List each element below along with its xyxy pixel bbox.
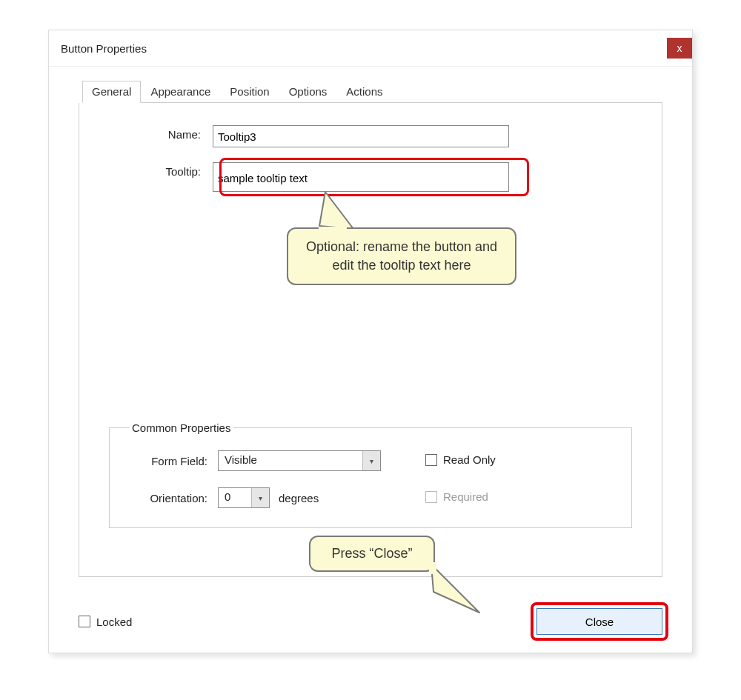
read-only-label: Read Only — [443, 453, 496, 466]
svg-marker-0 — [319, 192, 353, 229]
name-row: Name: — [109, 125, 632, 147]
callout-close: Press “Close” — [309, 536, 435, 572]
chevron-down-icon: ▾ — [362, 451, 380, 470]
form-field-label: Form Field: — [129, 455, 218, 467]
form-field-value: Visible — [219, 451, 362, 470]
button-properties-dialog: Button Properties x General Appearance P… — [48, 30, 693, 653]
tab-general[interactable]: General — [82, 81, 141, 103]
tab-strip: General Appearance Position Options Acti… — [82, 80, 662, 103]
tooltip-label: Tooltip: — [109, 162, 213, 178]
checkbox-box-icon — [425, 491, 437, 503]
callout-close-text: Press “Close” — [331, 546, 412, 561]
callout-tail-patch — [319, 227, 347, 231]
locked-checkbox[interactable]: Locked — [79, 616, 132, 628]
general-panel: Name: Tooltip: Optional: rename the butt… — [79, 103, 662, 577]
name-label: Name: — [109, 125, 213, 141]
locked-label: Locked — [96, 616, 132, 628]
dialog-body: General Appearance Position Options Acti… — [49, 67, 692, 598]
name-input[interactable] — [213, 125, 509, 147]
tooltip-input[interactable] — [213, 162, 509, 192]
tab-appearance[interactable]: Appearance — [141, 81, 220, 103]
close-icon[interactable]: x — [667, 38, 692, 59]
orientation-select[interactable]: 0 ▾ — [218, 487, 270, 508]
tab-actions[interactable]: Actions — [336, 81, 392, 103]
orientation-label: Orientation: — [129, 492, 218, 504]
orientation-value: 0 — [219, 488, 251, 507]
chevron-down-icon: ▾ — [251, 488, 269, 507]
required-label: Required — [443, 490, 488, 503]
required-checkbox: Required — [425, 490, 488, 503]
titlebar: Button Properties x — [49, 30, 692, 67]
tab-position[interactable]: Position — [220, 81, 279, 103]
tab-options[interactable]: Options — [279, 81, 337, 103]
close-button[interactable]: Close — [536, 608, 662, 635]
degrees-label: degrees — [279, 492, 319, 504]
callout-rename-text: Optional: rename the button and edit the… — [306, 239, 497, 273]
callout-close-tail-patch — [429, 562, 436, 574]
form-field-select[interactable]: Visible ▾ — [218, 450, 381, 471]
read-only-checkbox[interactable]: Read Only — [425, 453, 496, 466]
common-properties-group: Common Properties Form Field: Visible ▾ … — [109, 421, 632, 528]
checkbox-box-icon — [79, 616, 90, 627]
common-properties-legend: Common Properties — [129, 421, 233, 434]
dialog-title: Button Properties — [61, 42, 147, 55]
tooltip-row: Tooltip: — [109, 162, 632, 192]
dialog-footer: Locked Close — [49, 598, 692, 653]
callout-rename: Optional: rename the button and edit the… — [287, 227, 516, 285]
checkbox-box-icon — [425, 454, 437, 466]
